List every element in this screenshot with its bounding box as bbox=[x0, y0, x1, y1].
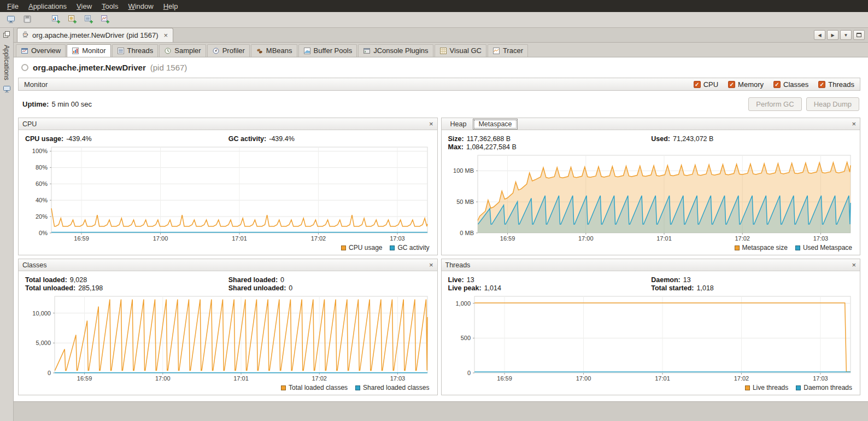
view-tab-bar: Overview Monitor Threads Sampler Profile… bbox=[14, 43, 868, 57]
open-file-button[interactable] bbox=[4, 13, 17, 26]
tab-list-button[interactable]: ▼ bbox=[840, 30, 852, 40]
tab-tracer[interactable]: Tracer bbox=[488, 44, 528, 57]
maximize-button[interactable] bbox=[853, 30, 865, 40]
document-tab-jmeter[interactable]: org.apache.jmeter.NewDriver (pid 1567) × bbox=[17, 28, 173, 42]
stat-value: 1,018 bbox=[697, 284, 714, 292]
stat-label: Live peak: bbox=[448, 284, 482, 292]
metaspace-chart: 0 MB50 MB100 MB16:5917:0017:0117:0217:03 bbox=[447, 151, 855, 243]
svg-text:100%: 100% bbox=[32, 148, 48, 154]
uptime-label: Uptime: bbox=[22, 100, 49, 108]
tab-threads[interactable]: Threads bbox=[112, 44, 159, 57]
classes-stats: Total loaded:9,028 Total unloaded:285,19… bbox=[24, 273, 432, 293]
add-core-dump-icon bbox=[100, 14, 110, 26]
tab-buffer-pools[interactable]: Buffer Pools bbox=[298, 44, 357, 57]
menu-tools[interactable]: Tools bbox=[97, 0, 123, 12]
menu-window[interactable]: Window bbox=[123, 0, 158, 12]
add-application-snapshot-button[interactable] bbox=[49, 13, 62, 26]
svg-text:17:02: 17:02 bbox=[311, 235, 326, 242]
close-icon[interactable]: × bbox=[429, 262, 433, 268]
legend-swatch bbox=[390, 245, 395, 250]
legend-item: Used Metaspace bbox=[795, 244, 852, 252]
monitor-view: org.apache.jmeter.NewDriver (pid 1567) M… bbox=[14, 57, 868, 402]
tab-monitor[interactable]: Monitor bbox=[67, 44, 110, 57]
threads-legend: Live threadsDaemon threads bbox=[447, 383, 855, 395]
uptime: Uptime:5 min 00 sec bbox=[22, 100, 92, 108]
scroll-right-button[interactable]: ▶ bbox=[827, 30, 838, 40]
classes-checkbox[interactable]: ✓Classes bbox=[773, 80, 808, 89]
cpu-checkbox[interactable]: ✓CPU bbox=[694, 80, 718, 89]
stat: Live peak:1,014 bbox=[448, 284, 652, 292]
svg-text:16:59: 16:59 bbox=[74, 235, 89, 242]
legend-item: CPU usage bbox=[341, 244, 382, 252]
cpu-panel-body: CPU usage:-439.4% GC activity:-439.4% 0%… bbox=[19, 130, 437, 255]
applications-panel-tab[interactable]: Applications bbox=[3, 45, 10, 80]
memory-stats: Size:117,362,688 B Max:1,084,227,584 B U… bbox=[447, 132, 855, 151]
checkbox-label: Classes bbox=[783, 80, 808, 89]
heap-dump-button[interactable]: Heap Dump bbox=[806, 97, 859, 111]
sampler-clock-icon bbox=[164, 47, 172, 55]
add-heap-dump-button[interactable] bbox=[66, 13, 79, 26]
checkbox-label: Threads bbox=[828, 80, 854, 89]
threads-checkbox[interactable]: ✓Threads bbox=[818, 80, 854, 89]
panel-title: Threads bbox=[445, 261, 471, 269]
tab-profiler[interactable]: Profiler bbox=[207, 44, 250, 57]
stat-value: 1,014 bbox=[484, 284, 501, 292]
scroll-left-button[interactable]: ◀ bbox=[814, 30, 825, 40]
stat-label: Size: bbox=[448, 135, 464, 143]
stat: Live:13 bbox=[448, 276, 652, 284]
menu-applications[interactable]: Applications bbox=[24, 0, 72, 12]
add-thread-dump-button[interactable] bbox=[82, 13, 95, 26]
legend-swatch bbox=[735, 245, 740, 250]
stat-label: Total unloaded: bbox=[25, 284, 75, 292]
stat-label: Shared unloaded: bbox=[228, 284, 286, 292]
stat-value: 13 bbox=[467, 276, 474, 284]
dock-windows-icon[interactable] bbox=[3, 31, 10, 40]
monitor-screen-icon[interactable] bbox=[3, 85, 11, 95]
threads-panel-body: Live:13 Live peak:1,014 Daemon:13 Total … bbox=[442, 271, 860, 395]
cpu-chart: 0%20%40%60%80%100%16:5917:0017:0117:0217… bbox=[24, 143, 432, 243]
svg-text:100 MB: 100 MB bbox=[453, 167, 474, 174]
svg-text:17:03: 17:03 bbox=[390, 375, 406, 382]
memory-tabs: Heap Metaspace bbox=[445, 118, 518, 130]
add-heap-dump-icon bbox=[67, 14, 77, 26]
tab-sampler[interactable]: Sampler bbox=[159, 44, 206, 57]
save-all-button[interactable] bbox=[21, 13, 34, 26]
action-buttons: Perform GC Heap Dump bbox=[748, 97, 859, 111]
checkbox-checked-icon: ✓ bbox=[773, 81, 781, 88]
svg-text:17:02: 17:02 bbox=[312, 375, 327, 382]
stat-label: Used: bbox=[651, 135, 670, 143]
stat: Shared loaded:0 bbox=[228, 276, 432, 284]
memory-checkbox[interactable]: ✓Memory bbox=[728, 80, 764, 89]
close-icon[interactable]: × bbox=[852, 262, 856, 268]
tab-label: Tracer bbox=[503, 46, 523, 55]
monitor-panels: CPU × CPU usage:-439.4% GC activity:-439… bbox=[18, 118, 860, 395]
stat-label: Shared loaded: bbox=[228, 276, 278, 284]
stat-label: GC activity: bbox=[228, 135, 266, 143]
tab-jconsole-plugins[interactable]: JConsole Plugins bbox=[358, 44, 433, 57]
document-tab-title: org.apache.jmeter.NewDriver (pid 1567) bbox=[32, 31, 159, 39]
buffer-pools-chart-icon bbox=[303, 47, 311, 55]
close-icon[interactable]: × bbox=[852, 121, 856, 127]
tab-visual-gc[interactable]: Visual GC bbox=[435, 44, 486, 57]
menu-view[interactable]: View bbox=[72, 0, 97, 12]
tab-metaspace[interactable]: Metaspace bbox=[473, 119, 517, 130]
stat-value: 13 bbox=[683, 276, 691, 284]
legend-swatch bbox=[795, 245, 800, 250]
section-title: Monitor bbox=[24, 80, 48, 89]
svg-text:17:01: 17:01 bbox=[655, 375, 670, 382]
perform-gc-button[interactable]: Perform GC bbox=[748, 97, 801, 111]
checkbox-label: CPU bbox=[703, 80, 718, 89]
menu-file[interactable]: File bbox=[2, 0, 24, 12]
cpu-stats: CPU usage:-439.4% GC activity:-439.4% bbox=[24, 132, 432, 143]
tab-heap[interactable]: Heap bbox=[445, 119, 472, 129]
close-icon[interactable]: × bbox=[429, 121, 433, 127]
close-icon[interactable]: × bbox=[164, 33, 168, 38]
add-core-dump-button[interactable] bbox=[98, 13, 112, 26]
legend-swatch bbox=[281, 385, 286, 390]
svg-text:16:59: 16:59 bbox=[77, 375, 92, 382]
tab-mbeans[interactable]: MBeans bbox=[251, 44, 297, 57]
menu-help[interactable]: Help bbox=[159, 0, 183, 12]
svg-text:5,000: 5,000 bbox=[36, 340, 51, 346]
tab-overview[interactable]: Overview bbox=[16, 44, 66, 57]
stat-value: 71,243,072 B bbox=[673, 135, 713, 143]
